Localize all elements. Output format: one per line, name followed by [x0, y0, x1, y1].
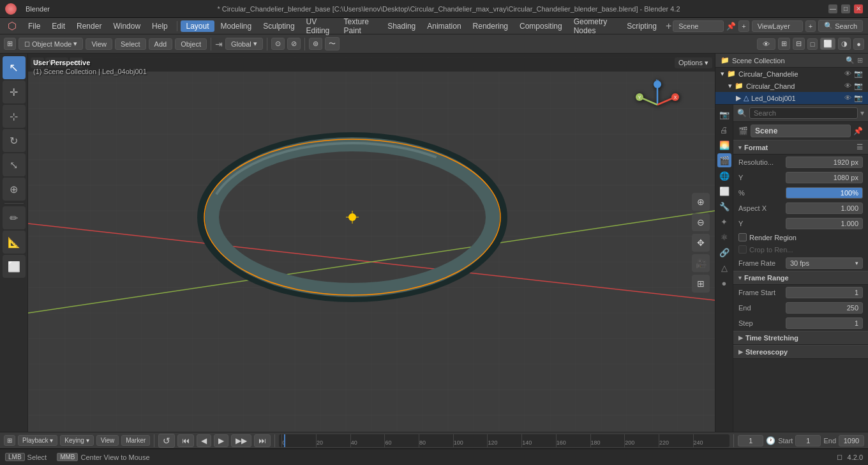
frame-end-input[interactable]: 1090: [839, 435, 864, 446]
tool-measure[interactable]: 📐: [3, 231, 26, 254]
app-menu-window-item[interactable]: Window: [108, 20, 146, 32]
prev-frame-btn[interactable]: ◀: [197, 434, 211, 447]
current-frame-display[interactable]: 1: [738, 435, 763, 446]
visibility-icon-0[interactable]: 👁: [844, 70, 851, 78]
visibility-icon-1[interactable]: 👁: [844, 82, 851, 90]
tab-texture-paint[interactable]: Texture Paint: [339, 16, 382, 36]
frame-end-value[interactable]: 250: [786, 302, 863, 314]
object-menu[interactable]: Object: [175, 38, 207, 50]
tab-compositing[interactable]: Compositing: [514, 20, 567, 32]
tab-sculpting[interactable]: Sculpting: [258, 20, 299, 32]
app-menu-help-item[interactable]: Help: [147, 20, 173, 32]
search-button[interactable]: 🔍 Search: [818, 20, 863, 32]
render-icon-0[interactable]: 📷: [854, 70, 863, 78]
minimize-button[interactable]: —: [828, 4, 837, 13]
format-section-header[interactable]: ▾ Format ☰: [733, 140, 868, 155]
render-icon-2[interactable]: 📷: [854, 94, 863, 102]
prop-icon-material[interactable]: ●: [717, 276, 731, 290]
outliner-item-1[interactable]: ▾ 📁 Circular_Chand 👁 📷: [715, 80, 868, 92]
viewport-overlay-options[interactable]: 👁: [757, 38, 775, 50]
camera-view-btn[interactable]: 🎥: [692, 254, 710, 272]
aspect-x-value[interactable]: 1.000: [786, 202, 863, 214]
prop-icon-constraints[interactable]: 🔗: [717, 245, 731, 259]
tool-move[interactable]: ⊹: [3, 105, 26, 128]
prop-search-dropdown[interactable]: ▾: [860, 109, 864, 118]
app-menu-render-item[interactable]: Render: [71, 20, 107, 32]
play-btn[interactable]: ▶: [214, 434, 228, 447]
tool-annotate[interactable]: ✏: [3, 206, 26, 229]
outliner-item-2[interactable]: ▶ △ Led_04obj001 👁 📷: [715, 92, 868, 104]
keying-menu[interactable]: Keying ▾: [60, 435, 93, 446]
proportional-edit[interactable]: ⊚: [309, 38, 322, 50]
view-menu[interactable]: View: [86, 38, 112, 50]
pan-btn[interactable]: ✥: [692, 234, 710, 252]
resolution-y-value[interactable]: 1080 px: [786, 172, 863, 183]
marker-menu[interactable]: Marker: [121, 435, 150, 446]
tab-modeling[interactable]: Modeling: [216, 20, 257, 32]
tab-scripting[interactable]: Scripting: [622, 20, 662, 32]
tool-scale[interactable]: ⤡: [3, 153, 26, 176]
overlay-btn2[interactable]: ⊟: [793, 38, 805, 50]
aspect-y-value[interactable]: 1.000: [786, 218, 863, 229]
playhead[interactable]: [284, 434, 285, 447]
select-menu[interactable]: Select: [115, 38, 146, 50]
add-menu[interactable]: Add: [149, 38, 173, 50]
jump-end-btn[interactable]: ⏭: [254, 434, 271, 447]
render-icon-1[interactable]: 📷: [854, 82, 863, 90]
transform-global[interactable]: Global ▾: [225, 38, 263, 50]
tool-rotate[interactable]: ↻: [3, 129, 26, 152]
shading-render[interactable]: ●: [853, 38, 864, 50]
app-menu-edit-item[interactable]: Edit: [47, 20, 70, 32]
snap-toggle[interactable]: ⊙: [271, 38, 285, 50]
stereoscopy-section-header[interactable]: ▶ Stereoscopy: [733, 345, 868, 359]
resolution-x-value[interactable]: 1920 px: [786, 156, 863, 168]
view-layer-icon[interactable]: ⊞: [857, 56, 863, 65]
app-menu-file-item[interactable]: File: [23, 20, 45, 32]
tab-uv-editing[interactable]: UV Editing: [301, 16, 338, 36]
frame-start-input[interactable]: 1: [795, 435, 821, 446]
app-menu-file[interactable]: [59, 8, 69, 10]
playback-menu[interactable]: Playback ▾: [18, 435, 57, 446]
prop-icon-scene[interactable]: 🎬: [717, 153, 731, 167]
shading-material[interactable]: ◑: [838, 38, 851, 50]
viewport-3d[interactable]: ⊞ View ⊚ Options ▾ User Perspective (1) …: [28, 54, 715, 432]
frame-start-value[interactable]: 1: [786, 287, 863, 298]
prop-icon-view[interactable]: 🌅: [717, 138, 731, 152]
prop-icon-physics[interactable]: ⚛: [717, 230, 731, 244]
grid-toggle-btn[interactable]: ⊞: [692, 275, 710, 293]
format-menu-icon[interactable]: ☰: [857, 143, 863, 151]
scene-selector[interactable]: Scene: [673, 20, 724, 32]
tab-rendering[interactable]: Rendering: [468, 20, 513, 32]
proportional-options[interactable]: 〜: [325, 37, 340, 50]
visibility-icon-2[interactable]: 👁: [844, 94, 851, 102]
add-workspace-button[interactable]: +: [666, 20, 671, 32]
scene-new-icon[interactable]: +: [738, 20, 749, 32]
view-menu-timeline[interactable]: View: [96, 435, 119, 446]
maximize-button[interactable]: □: [841, 4, 850, 13]
zoom-out-btn[interactable]: ⊖: [692, 213, 710, 231]
tab-layout[interactable]: Layout: [181, 20, 214, 32]
tab-shading[interactable]: Shading: [382, 20, 421, 32]
app-menu-blender[interactable]: Blender: [20, 4, 55, 14]
prop-icon-particles[interactable]: ✦: [717, 215, 731, 229]
object-mode-selector[interactable]: ◻ Object Mode ▾: [19, 38, 83, 50]
view-layer-selector[interactable]: ViewLayer: [752, 20, 803, 32]
timeline-header-icon[interactable]: ⊞: [4, 435, 15, 446]
outliner-item-0[interactable]: ▾ 📁 Circular_Chandelie 👁 📷: [715, 68, 868, 80]
frame-range-section-header[interactable]: ▾ Frame Range: [733, 271, 868, 285]
jump-start-btn[interactable]: ⏮: [177, 434, 194, 447]
shading-solid[interactable]: ⬜: [820, 38, 835, 50]
prop-icon-render[interactable]: 📷: [717, 107, 731, 121]
prop-icon-modifier[interactable]: 🔧: [717, 199, 731, 213]
close-button[interactable]: ✕: [854, 4, 863, 13]
prop-icon-object[interactable]: ⬜: [717, 184, 731, 198]
tool-add-cube[interactable]: ⬜: [3, 255, 26, 278]
time-stretching-section-header[interactable]: ▶ Time Stretching: [733, 331, 868, 345]
header-type-icon[interactable]: ⊞: [4, 38, 16, 50]
overlay-btn1[interactable]: ⊞: [778, 38, 790, 50]
tab-geometry-nodes[interactable]: Geometry Nodes: [569, 16, 621, 36]
frame-rate-value[interactable]: 30 fps ▾: [786, 257, 863, 269]
prop-icon-output[interactable]: 🖨: [717, 123, 731, 137]
prop-search-input[interactable]: [749, 107, 858, 119]
viewport-gizmo[interactable]: Z X Y: [632, 79, 683, 132]
